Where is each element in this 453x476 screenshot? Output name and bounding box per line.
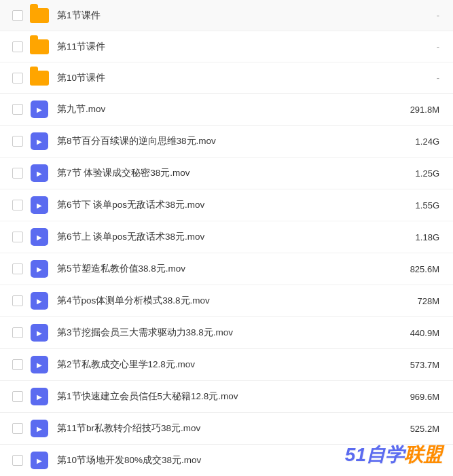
list-item: 第6节下 谈单pos无敌话术38元.mov1.55G (0, 189, 453, 221)
file-name: 第11节课件 (52, 41, 437, 53)
file-name: 第4节pos体测单分析模式38.8元.mov (52, 295, 404, 307)
file-checkbox[interactable] (12, 104, 23, 115)
checkbox-area (8, 263, 27, 274)
video-icon (27, 356, 52, 373)
file-size: 825.6M (404, 264, 445, 274)
list-item: 第6节上 谈单pos无敌话术38元.mov1.18G (0, 221, 453, 253)
list-item: 第3节挖掘会员三大需求驱动力38.8元.mov440.9M (0, 317, 453, 349)
file-size: 1.18G (404, 232, 445, 242)
file-name: 第7节 体验课成交秘密38元.mov (52, 167, 404, 179)
checkbox-area (8, 73, 27, 84)
checkbox-area (8, 455, 27, 466)
file-name: 第1节快速建立会员信任5大秘籍12.8元.mov (52, 390, 404, 403)
video-icon (27, 420, 52, 437)
file-name: 第8节百分百续课的逆向思维38元.mov (52, 135, 404, 147)
checkbox-area (8, 391, 27, 402)
file-checkbox[interactable] (12, 455, 23, 466)
video-icon (27, 228, 52, 246)
file-size: 728M (404, 296, 445, 306)
file-size: - (437, 41, 445, 52)
file-checkbox[interactable] (12, 327, 23, 338)
video-icon (27, 260, 52, 278)
video-icon (27, 132, 52, 150)
file-size: 440.9M (404, 328, 445, 338)
file-checkbox[interactable] (12, 168, 23, 179)
file-checkbox[interactable] (12, 136, 23, 147)
checkbox-area (8, 168, 27, 179)
file-size: 1.24G (404, 136, 445, 147)
list-item: 第7节 体验课成交秘密38元.mov1.25G (0, 158, 453, 189)
list-item: 第1节快速建立会员信任5大秘籍12.8元.mov969.6M (0, 381, 453, 413)
file-size: 1.55G (404, 200, 445, 210)
file-size: 573.7M (404, 360, 445, 370)
file-checkbox[interactable] (12, 295, 23, 306)
file-checkbox[interactable] (12, 200, 23, 210)
video-icon (27, 292, 52, 310)
checkbox-area (8, 200, 27, 210)
file-checkbox[interactable] (12, 359, 23, 370)
video-icon (27, 164, 52, 182)
file-size: 525.2M (404, 424, 445, 434)
file-name: 第6节上 谈单pos无敌话术38元.mov (52, 231, 404, 243)
list-item: 第2节私教成交心里学12.8元.mov573.7M (0, 349, 453, 381)
video-icon (27, 100, 52, 118)
list-item: 第11节课件- (0, 31, 453, 62)
file-name: 第1节课件 (52, 10, 437, 22)
file-checkbox[interactable] (12, 391, 23, 402)
list-item: 第九节.mov291.8M (0, 94, 453, 126)
checkbox-area (8, 327, 27, 338)
file-size: - (437, 10, 445, 20)
file-name: 第九节.mov (52, 103, 404, 115)
list-item: 第8节百分百续课的逆向思维38元.mov1.24G (0, 126, 453, 158)
list-item: 第4节pos体测单分析模式38.8元.mov728M (0, 285, 453, 317)
file-size: 1.25G (404, 168, 445, 179)
file-checkbox[interactable] (12, 263, 23, 274)
list-item: 第1节课件- (0, 0, 453, 31)
file-list: 第1节课件-第11节课件-第10节课件-第九节.mov291.8M第8节百分百续… (0, 0, 453, 476)
checkbox-area (8, 136, 27, 147)
file-name: 第2节私教成交心里学12.8元.mov (52, 359, 404, 371)
video-icon (27, 452, 52, 469)
folder-icon (27, 8, 52, 23)
video-icon (27, 324, 52, 342)
file-name: 第5节塑造私教价值38.8元.mov (52, 263, 404, 275)
file-name: 第3节挖掘会员三大需求驱动力38.8元.mov (52, 327, 404, 339)
video-icon (27, 196, 52, 214)
checkbox-area (8, 10, 27, 21)
checkbox-area (8, 232, 27, 242)
checkbox-area (8, 359, 27, 370)
file-name: 第11节br私教转介绍技巧38元.mov (52, 422, 404, 435)
file-size: - (437, 73, 445, 83)
file-checkbox[interactable] (12, 232, 23, 242)
file-size: 969.6M (404, 392, 445, 402)
video-icon (27, 388, 52, 405)
file-name: 第10节场地开发80%成交38元.mov (52, 454, 404, 466)
list-item: 第5节塑造私教价值38.8元.mov825.6M (0, 253, 453, 285)
list-item: 第11节br私教转介绍技巧38元.mov525.2M (0, 413, 453, 445)
checkbox-area (8, 104, 27, 115)
checkbox-area (8, 41, 27, 52)
file-checkbox[interactable] (12, 423, 23, 434)
file-name: 第6节下 谈单pos无敌话术38元.mov (52, 199, 404, 211)
file-size: 291.8M (404, 105, 445, 115)
file-checkbox[interactable] (12, 73, 23, 84)
list-item: 第10节场地开发80%成交38元.mov (0, 445, 453, 476)
folder-icon (27, 39, 52, 54)
file-checkbox[interactable] (12, 41, 23, 52)
checkbox-area (8, 295, 27, 306)
file-name: 第10节课件 (52, 72, 437, 84)
list-item: 第10节课件- (0, 62, 453, 94)
folder-icon (27, 71, 52, 86)
checkbox-area (8, 423, 27, 434)
file-checkbox[interactable] (12, 10, 23, 21)
